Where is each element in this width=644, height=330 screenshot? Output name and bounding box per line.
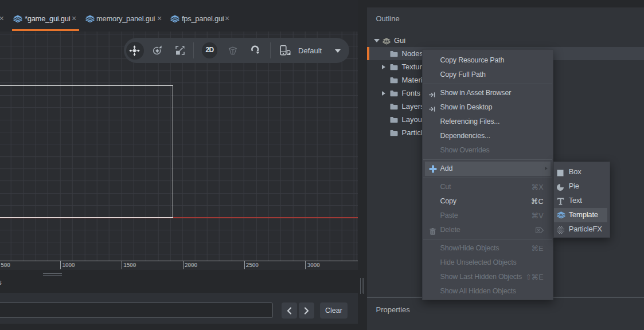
menu-item-label: Dependencies... bbox=[440, 132, 490, 140]
close-tab-icon[interactable]: × bbox=[157, 14, 162, 23]
orbit-refresh-icon bbox=[250, 45, 261, 56]
outline-row-icon bbox=[390, 89, 398, 99]
folder-icon bbox=[390, 50, 398, 57]
submenu-item-box[interactable]: Box bbox=[554, 165, 610, 179]
scale-tool-icon[interactable] bbox=[175, 45, 185, 58]
editor-left-section: × *game_gui.gui× memory_panel.gui× fps_p… bbox=[0, 0, 358, 330]
menu-separator bbox=[423, 82, 553, 86]
submenu-item-label: Template bbox=[569, 210, 598, 219]
outline-row-icon bbox=[390, 115, 398, 125]
menu-item-show-in-asset-browser[interactable]: Show in Asset Browser bbox=[423, 86, 553, 100]
submenu-item-template[interactable]: Template bbox=[554, 208, 610, 222]
defold-editor-window: × *game_gui.gui× memory_panel.gui× fps_p… bbox=[0, 0, 644, 330]
tab-label: *game_gui.gui bbox=[25, 14, 70, 23]
menu-item-show-all-hidden-objects: Show All Hidden Objects bbox=[423, 284, 553, 298]
vertical-splitter[interactable] bbox=[358, 0, 367, 330]
scene-toolbar: 2D Default bbox=[124, 38, 349, 63]
close-tab-icon[interactable]: × bbox=[72, 14, 76, 23]
gui-file-icon bbox=[85, 15, 95, 23]
menu-item-label: Show All Hidden Objects bbox=[440, 287, 516, 295]
menu-item-label: Show Last Hidden Objects bbox=[440, 273, 522, 281]
close-tab-icon[interactable]: × bbox=[225, 14, 229, 23]
outline-row-label: Nodes bbox=[402, 49, 424, 58]
tab-label: memory_panel.gui bbox=[96, 14, 155, 23]
properties-panel-title: Properties bbox=[376, 305, 410, 314]
expand-arrow-icon[interactable] bbox=[382, 91, 385, 96]
menu-item-shortcut: ⌘E bbox=[532, 244, 544, 253]
console-search-input[interactable] bbox=[0, 302, 273, 318]
2d-mode-toggle[interactable]: 2D bbox=[202, 42, 218, 58]
vertical-splitter-handle[interactable] bbox=[360, 278, 364, 294]
editor-tab-bar: × *game_gui.gui× memory_panel.gui× fps_p… bbox=[0, 0, 358, 32]
folder-icon bbox=[390, 129, 398, 136]
box-node-icon bbox=[557, 170, 564, 176]
ruler-tick-label: 2500 bbox=[246, 262, 259, 269]
ruler-tick bbox=[122, 261, 122, 269]
menu-item-paste: Paste⌘V bbox=[423, 209, 553, 223]
gui-layers-icon bbox=[85, 15, 95, 23]
submenu-item-icon bbox=[557, 211, 565, 219]
clear-console-button[interactable]: Clear bbox=[320, 302, 348, 319]
horizontal-splitter-handle[interactable] bbox=[43, 273, 62, 276]
find-next-button[interactable] bbox=[299, 302, 314, 319]
chevron-down-icon[interactable] bbox=[335, 49, 341, 53]
perspective-camera-icon[interactable] bbox=[228, 46, 237, 57]
active-tab-underline bbox=[12, 29, 79, 31]
outline-row-icon bbox=[390, 62, 398, 73]
outline-row-gui[interactable]: Gui bbox=[367, 34, 644, 47]
display-profile-value[interactable]: Default bbox=[298, 46, 322, 55]
menu-item-referencing-files[interactable]: Referencing Files... bbox=[423, 115, 553, 129]
folder-icon bbox=[390, 116, 398, 123]
scene-canvas[interactable]: 2D Default bbox=[0, 32, 358, 261]
add-submenu: Box Pie Text TemplateParticleFX bbox=[553, 162, 610, 238]
ruler-tick-label: 3000 bbox=[307, 262, 319, 269]
menu-item-shortcut: ⇧⌘E bbox=[525, 273, 543, 281]
ruler-tick bbox=[244, 261, 245, 269]
particlefx-node-icon bbox=[557, 226, 564, 234]
outline-row-icon bbox=[383, 37, 391, 48]
menu-item-copy[interactable]: Copy⌘C bbox=[423, 194, 553, 209]
move-tool-icon[interactable] bbox=[129, 45, 140, 58]
submenu-item-icon bbox=[557, 197, 565, 205]
text-node-icon bbox=[557, 198, 564, 205]
outline-row-label: Fonts bbox=[402, 89, 421, 97]
menu-item-copy-resource-path[interactable]: Copy Resource Path bbox=[423, 53, 553, 68]
console-toolbar: Clear bbox=[0, 293, 358, 324]
gui-file-icon bbox=[13, 15, 22, 23]
collapse-arrow-icon[interactable] bbox=[374, 39, 380, 42]
ruler-tick-label: 1000 bbox=[62, 262, 75, 269]
ruler-tick bbox=[60, 261, 61, 269]
outline-panel-title: Outline bbox=[376, 14, 400, 23]
menu-item-copy-full-path[interactable]: Copy Full Path bbox=[423, 68, 553, 82]
move-icon bbox=[129, 45, 140, 56]
lower-panel-tab-fragment[interactable]: s bbox=[0, 278, 2, 286]
rotate-icon bbox=[152, 45, 162, 56]
ruler-tick bbox=[305, 261, 306, 269]
outline-row-icon bbox=[390, 102, 398, 112]
phone-icon bbox=[280, 45, 291, 56]
menu-item-label: Show in Desktop bbox=[440, 103, 493, 111]
menu-item-add[interactable]: Add bbox=[423, 162, 553, 176]
menu-item-label: Add bbox=[440, 164, 453, 172]
submenu-item-pie[interactable]: Pie bbox=[554, 179, 610, 194]
ruler-tick bbox=[183, 261, 184, 269]
menu-item-label: Show in Asset Browser bbox=[440, 89, 512, 97]
rotate-tool-icon[interactable] bbox=[152, 45, 162, 58]
submenu-item-particlefx[interactable]: ParticleFX bbox=[554, 222, 610, 237]
chevron-right-icon bbox=[304, 307, 309, 315]
lower-panel-header: s bbox=[0, 270, 358, 293]
menu-item-shortcut: ⌘X bbox=[532, 183, 544, 191]
expand-arrow-icon[interactable] bbox=[382, 65, 385, 69]
menu-separator bbox=[423, 237, 553, 241]
find-previous-button[interactable] bbox=[282, 302, 297, 319]
delete-key-icon bbox=[536, 227, 544, 233]
menu-item-dependencies[interactable]: Dependencies... bbox=[423, 129, 553, 143]
menu-item-cut: Cut⌘X bbox=[423, 180, 553, 194]
orbit-camera-icon[interactable] bbox=[250, 45, 261, 58]
ruler-tick-label: 500 bbox=[1, 262, 10, 269]
close-tab-icon[interactable]: × bbox=[0, 14, 4, 23]
goto-icon bbox=[429, 92, 435, 98]
submenu-item-text[interactable]: Text bbox=[554, 194, 610, 208]
chevron-left-icon bbox=[287, 307, 292, 315]
menu-item-show-in-desktop[interactable]: Show in Desktop bbox=[423, 100, 553, 115]
